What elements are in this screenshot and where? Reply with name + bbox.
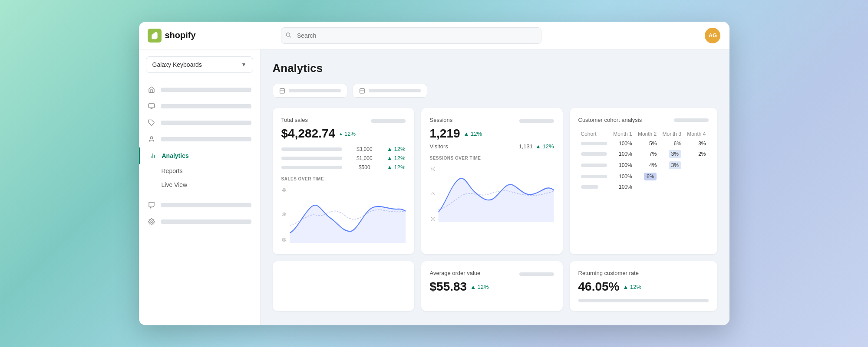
- svg-point-0: [286, 33, 290, 36]
- svg-text:4K: 4K: [282, 188, 286, 193]
- sub-metric-badge-2: ▲ 12%: [387, 155, 406, 161]
- avg-order-title-row: Average order value: [430, 270, 554, 278]
- sidebar-item-settings[interactable]: [139, 213, 260, 230]
- analytics-label: Analytics: [162, 152, 189, 159]
- cohort-cell: 6%: [635, 171, 660, 182]
- returning-rate-value: 46.05% ▲ 12%: [578, 280, 709, 294]
- cohort-cell: 6%: [659, 139, 684, 148]
- svg-text:4K: 4K: [430, 167, 435, 172]
- cohort-row-placeholder: [581, 142, 607, 145]
- cohort-cell: 100%: [610, 148, 635, 160]
- sub-metric-label-2: $1,000: [356, 155, 373, 161]
- returning-rate-badge: ▲ 12%: [623, 284, 641, 290]
- sidebar-item-tags[interactable]: [139, 115, 260, 131]
- returning-rate-title: Returning customer rate: [578, 270, 639, 276]
- avg-order-value: $55.83 ▲ 12%: [430, 280, 554, 294]
- nav-placeholder: [161, 219, 251, 224]
- customers-icon: [148, 135, 155, 143]
- cohort-row-placeholder: [581, 185, 598, 189]
- cohort-table: Cohort Month 1 Month 2 Month 3 Month 4 1…: [578, 129, 709, 192]
- sidebar-item-home[interactable]: [139, 82, 260, 98]
- cohort-cell: 5%: [635, 139, 660, 148]
- cohort-cell: 2%: [684, 148, 709, 160]
- total-sales-value: $4,282.74 ▲ 12%: [281, 127, 406, 141]
- page-title: Analytics: [273, 62, 717, 75]
- average-order-card: Average order value $55.83 ▲ 12%: [421, 261, 563, 311]
- sub-metric-bar-3: [281, 166, 342, 169]
- cohort-cell: 100%: [610, 139, 635, 148]
- svg-text:0K: 0K: [282, 238, 286, 242]
- avatar[interactable]: AG: [705, 28, 720, 43]
- logo-text: shopify: [165, 30, 196, 40]
- sub-metric-row: $3,000 ▲ 12%: [281, 146, 406, 152]
- sidebar: Galaxy Keyboards ▼: [139, 49, 261, 325]
- cohort-cell: [635, 182, 660, 192]
- sidebar-item-analytics[interactable]: Analytics: [139, 147, 260, 164]
- nav-placeholder: [161, 137, 251, 141]
- date-placeholder: [289, 89, 341, 92]
- store-selector[interactable]: Galaxy Keyboards ▼: [146, 56, 253, 73]
- total-sales-title: Total sales: [281, 117, 308, 123]
- cohort-row-placeholder: [581, 164, 607, 167]
- cards-grid: Total sales $4,282.74 ▲ 12%: [273, 108, 717, 254]
- visitors-row: Visitors 1,131 ▲ 12%: [430, 143, 554, 150]
- orders-icon: [148, 102, 155, 110]
- sessions-title: Sessions: [430, 117, 453, 123]
- nav-placeholder: [161, 104, 251, 108]
- sessions-info: 1,219 ▲ 12% Visitors 1,131 ▲ 12%: [430, 127, 554, 150]
- sub-metric-bar-2: [281, 157, 342, 160]
- home-icon: [148, 86, 155, 94]
- sub-metric-label-3: $500: [359, 164, 370, 170]
- bottom-cards: Average order value $55.83 ▲ 12% Returni…: [273, 261, 717, 311]
- sidebar-item-marketing[interactable]: [139, 197, 260, 213]
- visitors-value: 1,131 ▲ 12%: [518, 143, 554, 150]
- sub-metric-row-2: $1,000 ▲ 12%: [281, 155, 406, 161]
- placeholder-card: [273, 261, 414, 311]
- cohort-cell: 4%: [635, 160, 660, 171]
- sidebar-item-customers[interactable]: [139, 131, 260, 147]
- returning-rate-card: Returning customer rate 46.05% ▲ 12%: [570, 261, 717, 311]
- cohort-row-1: 100% 5% 6% 3%: [578, 139, 709, 148]
- cohort-cell: [659, 182, 684, 192]
- date-filter-end[interactable]: [353, 84, 427, 98]
- sidebar-item-reports[interactable]: Reports: [162, 164, 260, 178]
- settings-icon: [148, 218, 155, 226]
- sub-metric-row-3: $500 ▲ 12%: [281, 164, 406, 170]
- cohort-cell: 100%: [610, 160, 635, 171]
- cohort-cell: 3%: [659, 148, 684, 160]
- cohort-header-row: Cohort Month 1 Month 2 Month 3 Month 4: [578, 129, 709, 139]
- header: shopify AG: [139, 22, 729, 49]
- svg-rect-2: [149, 104, 154, 108]
- marketing-icon: [148, 201, 155, 209]
- sessions-value: 1,219 ▲ 12%: [430, 127, 554, 141]
- sales-chart-label: SALES OVER TIME: [281, 177, 406, 181]
- svg-text:2K: 2K: [430, 191, 435, 196]
- sidebar-item-orders[interactable]: [139, 98, 260, 115]
- cohort-row-4: 100% 6%: [578, 171, 709, 182]
- search-input[interactable]: [281, 27, 541, 44]
- date-filters: [273, 84, 717, 98]
- sub-nav: Reports Live View: [139, 164, 260, 192]
- date-filter-start[interactable]: [273, 84, 347, 98]
- nav-placeholder: [161, 121, 251, 125]
- sessions-badge: ▲ 12%: [464, 131, 482, 137]
- nav-placeholder: [161, 203, 251, 207]
- search-icon: [285, 32, 291, 39]
- search-bar: [281, 27, 541, 44]
- cohort-col-2: Month 2: [635, 129, 660, 139]
- calendar-icon: [279, 88, 285, 94]
- avg-order-title: Average order value: [430, 270, 481, 276]
- cohort-col-4: Month 4: [684, 129, 709, 139]
- total-sales-card: Total sales $4,282.74 ▲ 12%: [273, 108, 414, 254]
- cohort-row-placeholder: [581, 152, 607, 156]
- svg-text:0K: 0K: [430, 217, 435, 222]
- cohort-cell: [684, 160, 709, 171]
- svg-rect-15: [360, 88, 364, 93]
- cohort-card: Customer cohort analysis Cohort Month 1 …: [570, 108, 717, 254]
- sessions-chart-label: SESSIONS OVER TIME: [430, 156, 554, 160]
- cohort-row-5: 100%: [578, 182, 709, 192]
- cohort-cell: [684, 182, 709, 192]
- calendar-icon-2: [359, 88, 365, 94]
- cohort-col-1: Month 1: [610, 129, 635, 139]
- sidebar-item-liveview[interactable]: Live View: [162, 178, 260, 192]
